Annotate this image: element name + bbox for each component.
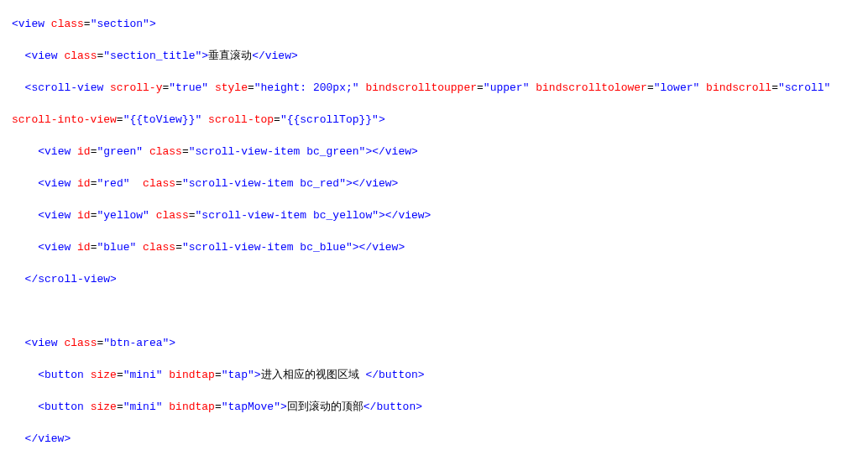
code-line: scroll-into-view="{{toView}}" scroll-top… [12,112,861,128]
code-line: <view class="section_title">垂直滚动</view> [12,48,861,64]
code-line: <view id="green" class="scroll-view-item… [12,144,861,160]
code-line: </scroll-view> [12,271,861,287]
code-line: <scroll-view scroll-y="true" style="heig… [12,80,861,96]
code-line: </view> [12,431,861,447]
code-line: <view class="btn-area"> [12,335,861,351]
code-line [12,303,861,319]
code-editor[interactable]: <view class="section"> <view class="sect… [0,0,868,461]
code-line: <button size="mini" bindtap="tapMove">回到… [12,399,861,415]
code-line: <button size="mini" bindtap="tap">进入相应的视… [12,367,861,383]
code-line: <view id="blue" class="scroll-view-item … [12,239,861,255]
code-line: <view id="red" class="scroll-view-item b… [12,175,861,191]
code-line: <view id="yellow" class="scroll-view-ite… [12,207,861,223]
code-line: <view class="section"> [12,16,861,32]
